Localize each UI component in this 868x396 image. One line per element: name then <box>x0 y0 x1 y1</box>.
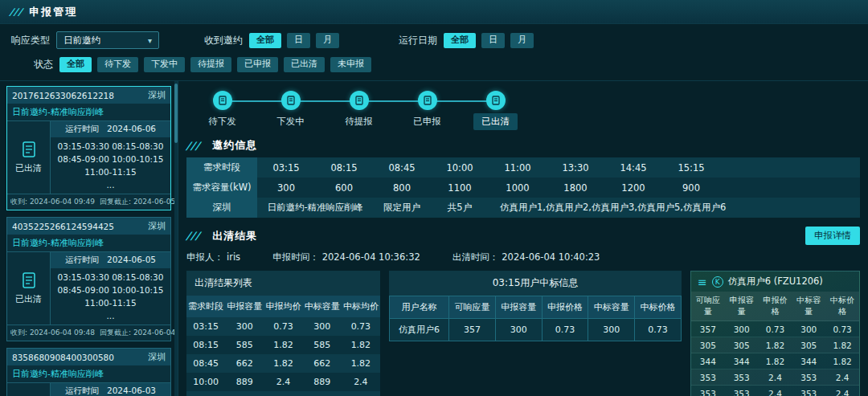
detail-panel: 待下发 下发中 待提报 已申报 已出清 /// 邀约信息 <box>178 81 868 396</box>
card-footer: 收到: 2024-06-04 09:48 回复截止: 2024-06-04 22… <box>7 325 170 341</box>
status-column: 已出清 <box>7 252 51 325</box>
table-cell: 300 <box>725 321 759 337</box>
runtime-date: 2024-06-05 <box>107 255 156 266</box>
apply-time-label: 申报时间： <box>272 251 319 263</box>
column-header: 可响应量 <box>449 296 496 319</box>
table-cell: 14:45 <box>604 157 662 178</box>
status-option-cleared[interactable]: 已出清 <box>284 57 325 72</box>
table-row[interactable]: 3573000.733000.73 <box>691 321 859 337</box>
column-header: 申报容量 <box>495 296 542 319</box>
table-cell: 仿真用户6 <box>390 319 449 341</box>
step-circle[interactable] <box>213 91 232 110</box>
run-date-option-day[interactable]: 日 <box>481 33 505 48</box>
status-option-pending-submit[interactable]: 待提报 <box>190 57 231 72</box>
column-header: 可响应量 <box>691 292 725 321</box>
table-cell: 344 <box>691 353 725 369</box>
table-row[interactable]: 3053051.823051.82 <box>691 337 859 353</box>
step-circle[interactable] <box>350 91 369 110</box>
table-row[interactable]: 3443441.823441.82 <box>691 353 859 369</box>
table-cell: 1.82 <box>759 337 792 353</box>
table-cell: 0.73 <box>759 321 792 337</box>
scrollbar-thumb[interactable] <box>174 84 178 143</box>
table-cell: 10:00 <box>186 373 225 391</box>
user-detail-panel: ≡ K 仿真用户6 (FZU1206) 可响应量申报容量申报价格中标容量中标价格… <box>690 271 860 396</box>
status-option-pending-send[interactable]: 待下发 <box>97 57 138 72</box>
status-option-declared[interactable]: 已申报 <box>237 57 278 72</box>
k-badge-icon[interactable]: K <box>712 276 723 288</box>
demand-time-label: 需求时段 <box>186 157 257 178</box>
timeslot-line: 08:45-09:00 10:00-10:15 <box>52 153 169 165</box>
step-document-icon <box>423 96 432 105</box>
step-circle[interactable] <box>281 91 301 110</box>
invitation-card[interactable]: 4035225266124594425 深圳 日前邀约-精准响应削峰 已出清 运… <box>6 217 171 341</box>
status-option-all[interactable]: 全部 <box>59 57 92 72</box>
scope-cell: 限定用户 <box>373 198 431 218</box>
invitation-title-text: 邀约信息 <box>212 138 257 153</box>
received-option-month[interactable]: 月 <box>316 33 339 48</box>
step-document-icon <box>286 96 296 105</box>
card-times: 运行时间 2024-06-05 03:15-03:30 08:15-08:300… <box>51 252 170 325</box>
table-row[interactable]: 10:008892.48892.4 <box>186 373 380 391</box>
runtime-date: 2024-06-06 <box>107 124 156 135</box>
table-cell: 1.82 <box>342 336 380 354</box>
progress-steps: 待下发 下发中 待提报 已申报 已出清 <box>186 84 543 132</box>
section-slashes-icon: /// <box>186 140 201 152</box>
table-row[interactable]: 03:153000.733000.73 <box>186 317 380 336</box>
invitation-card[interactable]: 8358680908400300580 深圳 日前邀约-精准响应削峰 待提报 运… <box>6 348 171 396</box>
region-badge: 深圳 <box>148 351 166 363</box>
table-cell: 1000 <box>225 391 264 396</box>
table-cell: 1.82 <box>264 354 302 373</box>
received-option-all[interactable]: 全部 <box>249 33 281 48</box>
table-row[interactable]: 3533532.43532.4 <box>691 386 859 396</box>
table-cell: 2.4 <box>342 373 380 391</box>
response-type-select[interactable]: 日前邀约 ▾ <box>56 31 159 49</box>
table-cell: 13:30 <box>547 157 604 178</box>
table-cell: 1000 <box>489 178 547 198</box>
status-option-sending[interactable]: 下发中 <box>144 57 185 72</box>
table-cell: 0.73 <box>635 319 682 341</box>
invitation-card[interactable]: 2017612633062612218 深圳 日前邀约-精准响应削峰 已出清 运… <box>6 86 171 210</box>
timeslot-list: 03:15-03:30 08:15-08:3008:45-09:00 10:00… <box>51 137 170 194</box>
timeslot-line: 08:45-09:00 10:00-10:15 <box>52 284 169 296</box>
column-header: 中标容量 <box>588 296 635 319</box>
table-row[interactable]: 3533532.43532.4 <box>691 369 859 386</box>
step-circle[interactable] <box>486 91 506 110</box>
status-badge: 已出清 <box>15 162 42 174</box>
table-cell: 900 <box>662 178 720 198</box>
table-row[interactable]: 仿真用户63573000.733000.73 <box>390 319 682 341</box>
table-cell: 0.73 <box>542 319 588 341</box>
table-row[interactable]: 11:0010002.410002.4 <box>186 391 380 396</box>
demand-capacity-label: 需求容量(kW) <box>186 178 257 198</box>
run-date-option-month[interactable]: 月 <box>510 33 534 48</box>
column-header: 中标容量 <box>303 296 342 317</box>
card-times: 运行时间 2024-06-03 08:15-08:30 08:45-09:001… <box>51 383 170 396</box>
table-cell: 2.4 <box>264 391 302 396</box>
timeslot-line: ... <box>52 309 169 322</box>
table-cell: 1.82 <box>264 336 302 354</box>
step-label: 已申报 <box>413 116 441 128</box>
declaration-detail-button[interactable]: 申报详情 <box>805 227 860 245</box>
run-date-option-all[interactable]: 全部 <box>444 33 476 48</box>
slot-bid-panel: 03:15用户中标信息 用户名称可响应量申报容量申报价格中标容量中标价格 仿真用… <box>389 271 682 341</box>
user-detail-name: 仿真用户6 (FZU1206) <box>728 276 823 288</box>
document-icon <box>21 271 37 289</box>
table-cell: 1800 <box>547 178 604 198</box>
step-label: 待提报 <box>345 116 373 128</box>
table-cell: 353 <box>691 386 725 396</box>
received-option-day[interactable]: 日 <box>287 33 310 48</box>
status-option-undeclared[interactable]: 未申报 <box>330 57 371 72</box>
list-icon[interactable]: ≡ <box>698 276 707 288</box>
timeslot-line: 11:00-11:15 <box>52 296 169 309</box>
card-header: 4035225266124594425 深圳 <box>7 218 170 235</box>
chevron-down-icon: ▾ <box>148 36 152 45</box>
received-time: 收到: 2024-06-04 09:49 <box>10 197 95 207</box>
demand-time-row: 需求时段 03:1508:1508:4510:0011:0013:3014:45… <box>186 157 860 178</box>
table-row[interactable]: 08:456621.826621.82 <box>186 354 380 373</box>
column-header: 中标价格 <box>635 296 682 319</box>
sidebar-scrollbar[interactable] <box>174 81 178 396</box>
applicant-label: 申报人： <box>186 251 223 263</box>
step-circle[interactable] <box>418 91 437 110</box>
table-row[interactable]: 08:155851.825851.82 <box>186 336 380 354</box>
runtime-bar: 运行时间 2024-06-06 <box>51 121 170 137</box>
table-cell: 11:00 <box>489 157 547 178</box>
